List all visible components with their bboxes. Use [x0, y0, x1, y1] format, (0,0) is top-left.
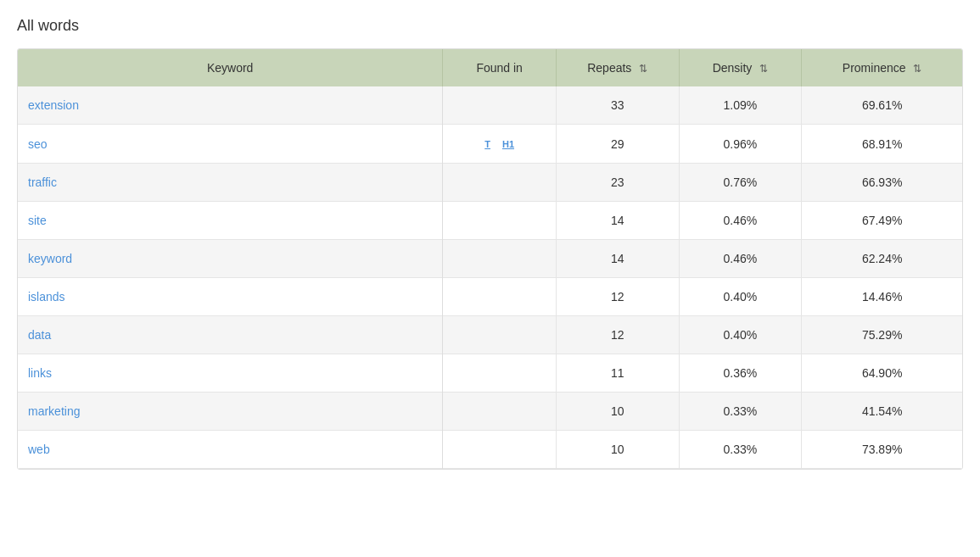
- density-cell: 0.40%: [679, 278, 802, 316]
- column-header-prominence[interactable]: Prominence ⇅: [802, 49, 962, 86]
- table-row: seoTH1290.96%68.91%: [18, 125, 962, 164]
- keyword-cell: web: [18, 431, 443, 469]
- keyword-cell: data: [18, 316, 443, 354]
- keyword-cell: keyword: [18, 240, 443, 278]
- prominence-sort-icon[interactable]: ⇅: [913, 63, 921, 75]
- found-in-cell: [443, 240, 557, 278]
- repeats-cell: 11: [556, 354, 679, 393]
- repeats-cell: 12: [556, 316, 679, 354]
- found-in-tag[interactable]: H1: [498, 137, 518, 151]
- keyword-cell: islands: [18, 278, 443, 316]
- keyword-link[interactable]: links: [28, 366, 432, 380]
- repeats-cell: 10: [556, 393, 679, 431]
- density-cell: 0.76%: [679, 164, 802, 202]
- table-row: site140.46%67.49%: [18, 202, 962, 240]
- found-in-tag[interactable]: T: [480, 137, 495, 151]
- prominence-cell: 14.46%: [802, 278, 962, 316]
- repeats-cell: 10: [556, 431, 679, 469]
- keyword-cell: site: [18, 202, 443, 240]
- prominence-cell: 75.29%: [802, 316, 962, 354]
- found-in-cell: [443, 431, 557, 469]
- keyword-link[interactable]: keyword: [28, 252, 432, 265]
- keyword-cell: traffic: [18, 164, 443, 202]
- table-row: keyword140.46%62.24%: [18, 240, 962, 278]
- density-cell: 1.09%: [679, 86, 802, 125]
- density-cell: 0.33%: [679, 393, 802, 431]
- keyword-link[interactable]: web: [28, 443, 432, 456]
- keyword-link[interactable]: marketing: [28, 404, 432, 418]
- prominence-cell: 73.89%: [802, 431, 962, 469]
- found-in-cell: [443, 393, 557, 431]
- column-header-repeats[interactable]: Repeats ⇅: [556, 49, 679, 86]
- keyword-link[interactable]: site: [28, 214, 432, 227]
- prominence-cell: 67.49%: [802, 202, 962, 240]
- found-in-cell: [443, 86, 557, 125]
- repeats-cell: 23: [556, 164, 679, 202]
- table-row: data120.40%75.29%: [18, 316, 962, 354]
- density-sort-icon[interactable]: ⇅: [759, 63, 768, 75]
- prominence-cell: 64.90%: [802, 354, 962, 393]
- keyword-cell: extension: [18, 86, 443, 125]
- page-title: All words: [17, 17, 963, 35]
- keyword-link[interactable]: seo: [28, 137, 432, 151]
- keyword-cell: links: [18, 354, 443, 393]
- keyword-link[interactable]: extension: [28, 98, 432, 112]
- column-header-keyword: Keyword: [18, 49, 443, 86]
- keyword-cell: seo: [18, 125, 443, 164]
- keywords-table-container: Keyword Found in Repeats ⇅ Density ⇅ Pro…: [17, 48, 963, 470]
- table-header-row: Keyword Found in Repeats ⇅ Density ⇅ Pro…: [18, 49, 962, 86]
- repeats-cell: 29: [556, 125, 679, 164]
- column-header-found-in: Found in: [443, 49, 557, 86]
- table-row: links110.36%64.90%: [18, 354, 962, 393]
- keyword-link[interactable]: traffic: [28, 175, 432, 189]
- found-in-cell: [443, 278, 557, 316]
- repeats-cell: 14: [556, 202, 679, 240]
- density-cell: 0.46%: [679, 202, 802, 240]
- repeats-sort-icon[interactable]: ⇅: [639, 63, 647, 75]
- found-in-cell: [443, 164, 557, 202]
- prominence-cell: 41.54%: [802, 393, 962, 431]
- keyword-link[interactable]: islands: [28, 290, 432, 304]
- table-row: islands120.40%14.46%: [18, 278, 962, 316]
- keyword-link[interactable]: data: [28, 328, 432, 342]
- prominence-cell: 69.61%: [802, 86, 962, 125]
- found-in-cell: [443, 316, 557, 354]
- prominence-cell: 68.91%: [802, 125, 962, 164]
- keyword-cell: marketing: [18, 393, 443, 431]
- found-in-cell: [443, 202, 557, 240]
- repeats-cell: 14: [556, 240, 679, 278]
- prominence-cell: 62.24%: [802, 240, 962, 278]
- found-in-cell: TH1: [443, 125, 557, 164]
- column-header-density[interactable]: Density ⇅: [679, 49, 802, 86]
- density-cell: 0.36%: [679, 354, 802, 393]
- table-row: traffic230.76%66.93%: [18, 164, 962, 202]
- table-row: web100.33%73.89%: [18, 431, 962, 469]
- repeats-cell: 12: [556, 278, 679, 316]
- table-body: extension331.09%69.61%seoTH1290.96%68.91…: [18, 86, 962, 469]
- density-cell: 0.33%: [679, 431, 802, 469]
- prominence-cell: 66.93%: [802, 164, 962, 202]
- density-cell: 0.96%: [679, 125, 802, 164]
- found-in-cell: [443, 354, 557, 393]
- repeats-cell: 33: [556, 86, 679, 125]
- table-row: marketing100.33%41.54%: [18, 393, 962, 431]
- density-cell: 0.40%: [679, 316, 802, 354]
- density-cell: 0.46%: [679, 240, 802, 278]
- keywords-table: Keyword Found in Repeats ⇅ Density ⇅ Pro…: [18, 49, 962, 469]
- table-row: extension331.09%69.61%: [18, 86, 962, 125]
